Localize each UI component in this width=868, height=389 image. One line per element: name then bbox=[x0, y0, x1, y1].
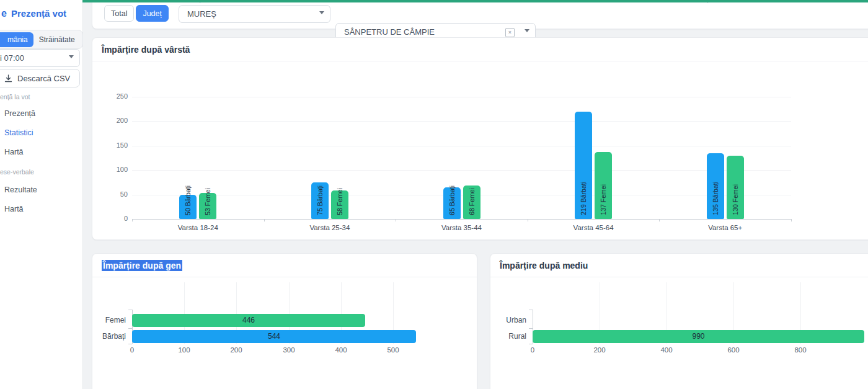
bar-femei: 53 Femei bbox=[199, 193, 216, 219]
clear-icon[interactable]: × bbox=[505, 28, 515, 37]
x-tick-label: 0 bbox=[130, 346, 134, 354]
x-tick-label: 800 bbox=[794, 346, 806, 354]
time-dropdown-value: i 07:00 bbox=[0, 53, 24, 63]
gen-chart-header: Împărțire după gen bbox=[92, 254, 477, 277]
age-chart-card: Împărțire după vârstă 050100150200250Var… bbox=[92, 37, 868, 240]
x-category-label: Varsta 45-64 bbox=[574, 224, 614, 231]
tab-strainatate[interactable]: Străinătate bbox=[33, 32, 81, 47]
x-tick-label: 200 bbox=[230, 346, 242, 354]
y-axis-tick bbox=[128, 328, 132, 329]
x-axis-tick bbox=[396, 219, 396, 221]
nivel-option-judet[interactable]: Județ bbox=[136, 5, 169, 22]
bar-value-label: 990 bbox=[692, 332, 704, 341]
y-tick-label: 0 bbox=[92, 215, 128, 222]
mediu-chart-plot: 0200400600800UrbanRural990 bbox=[490, 277, 868, 389]
nivel-toggle: TotalJudeț bbox=[104, 5, 169, 23]
y-axis-tick bbox=[128, 344, 132, 344]
x-axis-tick bbox=[264, 219, 265, 221]
chevron-down-icon bbox=[69, 55, 74, 58]
bar-label: 137 Femei bbox=[600, 184, 607, 215]
gridline bbox=[132, 121, 791, 122]
y-tick-label: 100 bbox=[92, 166, 128, 173]
age-chart-plot: 050100150200250Varsta 18-2450 Bărbați53 … bbox=[92, 61, 868, 239]
x-axis-tick bbox=[659, 219, 660, 221]
y-axis-tick bbox=[529, 310, 533, 310]
nivel-option-total[interactable]: Total bbox=[104, 5, 134, 22]
chart-title-gen: Împărțire după gen bbox=[102, 260, 182, 271]
bar-femei: 130 Femei bbox=[727, 156, 744, 219]
mediu-chart-header: Împărțire după mediu bbox=[490, 254, 868, 277]
x-axis-tick bbox=[791, 219, 792, 221]
bar-value-label: 446 bbox=[242, 316, 255, 324]
nav-section-procese-verbale: ese-verbale bbox=[0, 168, 34, 176]
bar-bărbați: 75 Bărbați bbox=[311, 182, 329, 219]
sidebar: ePrezență vot mânia Străinătate i 07:00 … bbox=[0, 0, 83, 389]
gridline bbox=[132, 195, 791, 195]
x-tick-label: 200 bbox=[593, 346, 605, 354]
bar-bărbați: 50 Bărbați bbox=[179, 195, 197, 219]
bar-bărbați: 219 Bărbați bbox=[575, 112, 592, 219]
y-category-label: Femei bbox=[92, 316, 126, 324]
uat-select-value: SÂNPETRU DE CÂMPIE bbox=[344, 27, 435, 37]
judet-select-value: MUREȘ bbox=[187, 9, 216, 19]
x-axis-tick bbox=[132, 219, 133, 221]
x-category-label: Varsta 18-24 bbox=[178, 224, 218, 231]
age-chart-header: Împărțire după vârstă bbox=[92, 38, 868, 61]
x-tick-label: 600 bbox=[727, 346, 739, 354]
y-tick-label: 150 bbox=[92, 141, 128, 149]
sidebar-item-harta-rezultate[interactable]: Hartă bbox=[4, 205, 24, 213]
gridline bbox=[132, 97, 791, 97]
app-logo-icon: e bbox=[1, 8, 7, 19]
bar-femei: 58 Femei bbox=[331, 190, 348, 219]
y-axis-tick bbox=[529, 328, 533, 329]
bar-label: 68 Femei bbox=[468, 188, 476, 215]
chart-title-age: Împărțire după vârstă bbox=[102, 45, 190, 55]
tab-romania[interactable]: mânia bbox=[0, 32, 33, 47]
y-tick-label: 250 bbox=[92, 92, 128, 100]
top-accent-bar bbox=[82, 0, 868, 2]
x-axis-line bbox=[132, 219, 791, 220]
x-tick-label: 300 bbox=[283, 346, 294, 354]
gen-chart-card: Împărțire după gen 0100200300400500Femei… bbox=[92, 253, 477, 389]
filter-bar: NIVEL TotalJudeț JUDEȚ MUREȘ UAT SÂNPETR… bbox=[92, 0, 868, 29]
chevron-down-icon bbox=[319, 11, 324, 14]
download-icon bbox=[4, 74, 12, 83]
y-tick-label: 50 bbox=[92, 190, 128, 198]
y-tick-label: 200 bbox=[92, 117, 128, 124]
nav-section-prezenta-la-vot: ență la vot bbox=[0, 93, 30, 101]
gridline bbox=[132, 146, 791, 146]
bar-label: 65 Bărbați bbox=[448, 186, 456, 215]
gridline bbox=[132, 170, 791, 171]
sidebar-item-rezultate[interactable]: Rezultate bbox=[4, 186, 37, 194]
sidebar-item-harta-prezenta[interactable]: Hartă bbox=[4, 148, 24, 156]
bar-value-label: 544 bbox=[268, 332, 280, 341]
sidebar-item-statistici[interactable]: Statistici bbox=[4, 128, 33, 137]
bar-bărbați: 65 Bărbați bbox=[443, 187, 461, 219]
download-csv-button[interactable]: Descarcă CSV bbox=[0, 69, 80, 87]
time-dropdown[interactable]: i 07:00 bbox=[0, 49, 80, 67]
bar-label: 75 Bărbați bbox=[316, 186, 324, 215]
judet-select[interactable]: MUREȘ bbox=[179, 5, 330, 23]
bar-bărbați: 135 Bărbați bbox=[707, 153, 724, 219]
y-category-label: Bărbați bbox=[92, 332, 126, 341]
x-tick-label: 400 bbox=[660, 346, 672, 354]
app-logo-row: ePrezență vot bbox=[0, 8, 82, 19]
x-category-label: Varsta 35-44 bbox=[441, 224, 482, 231]
bar-label: 130 Femei bbox=[732, 184, 739, 215]
bar-femei: 68 Femei bbox=[463, 186, 480, 219]
bar-label: 219 Bărbați bbox=[580, 182, 587, 215]
bar-label: 50 Bărbați bbox=[184, 186, 192, 215]
x-tick-label: 500 bbox=[387, 346, 399, 354]
chevron-down-icon bbox=[525, 29, 529, 32]
x-axis-tick bbox=[528, 219, 528, 221]
x-tick-label: 100 bbox=[178, 346, 190, 354]
bar-label: 53 Femei bbox=[204, 188, 211, 215]
y-axis-tick bbox=[128, 310, 132, 310]
bar-femei: 137 Femei bbox=[595, 152, 612, 219]
chart-title-mediu: Împărțire după mediu bbox=[500, 261, 588, 271]
sidebar-item-prezenta[interactable]: Prezență bbox=[4, 109, 35, 118]
download-csv-label: Descarcă CSV bbox=[17, 74, 70, 83]
x-tick-label: 400 bbox=[335, 346, 347, 354]
x-tick-label: 0 bbox=[531, 346, 534, 354]
y-category-label: Rural bbox=[490, 332, 526, 341]
